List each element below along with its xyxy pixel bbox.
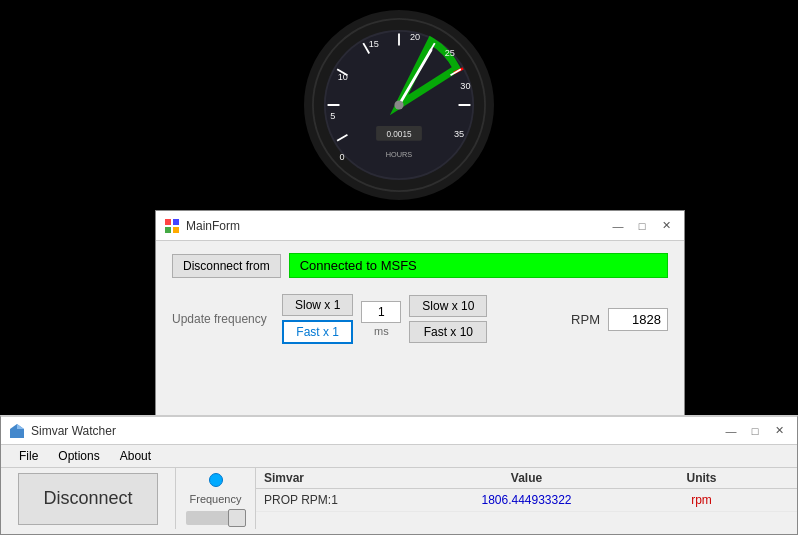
simvar-icon [9, 423, 25, 439]
mainform-title: MainForm [186, 219, 240, 233]
svg-rect-24 [165, 219, 171, 225]
frequency-indicator [209, 473, 223, 487]
frequency-slider-label: Frequency [190, 493, 242, 505]
simvar-close-button[interactable]: ✕ [769, 422, 789, 440]
header-units: Units [614, 471, 789, 485]
header-value: Value [439, 471, 614, 485]
svg-point-20 [394, 100, 403, 109]
simvar-controls: — □ ✕ [721, 422, 789, 440]
data-table: Simvar Value Units PROP RPM:1 1806.44493… [256, 468, 797, 529]
rpm-section: RPM [571, 308, 668, 331]
svg-text:0: 0 [339, 152, 344, 162]
simvar-menu: File Options About [1, 445, 797, 468]
svg-text:HOURS: HOURS [386, 150, 413, 159]
svg-text:5: 5 [330, 111, 335, 121]
svg-rect-25 [173, 219, 179, 225]
mainform-titlebar: MainForm — □ ✕ [156, 211, 684, 241]
maximize-button[interactable]: □ [632, 217, 652, 235]
simvar-titlebar: Simvar Watcher — □ ✕ [1, 417, 797, 445]
disconnect-panel: Disconnect [1, 468, 176, 529]
cell-units: rpm [614, 493, 789, 507]
ms-label: ms [374, 325, 389, 337]
simvar-title: Simvar Watcher [31, 424, 116, 438]
svg-text:15: 15 [369, 39, 379, 49]
menu-file[interactable]: File [9, 447, 48, 465]
simvar-window: Simvar Watcher — □ ✕ File Options About … [0, 415, 798, 535]
frequency-slider[interactable] [186, 511, 246, 525]
connection-row: Disconnect from Connected to MSFS [172, 253, 668, 278]
frequency-panel: Frequency [176, 468, 256, 529]
svg-text:0.0015: 0.0015 [386, 130, 412, 139]
gauge-area: 0 5 10 15 20 25 30 35 [0, 0, 798, 210]
table-header: Simvar Value Units [256, 468, 797, 489]
update-frequency-label: Update frequency [172, 312, 282, 326]
fast-x1-button[interactable]: Fast x 1 [282, 320, 353, 344]
mainform-window: MainForm — □ ✕ Disconnect from Connected… [155, 210, 685, 420]
rpm-value[interactable] [608, 308, 668, 331]
cell-value: 1806.444933322 [439, 493, 614, 507]
svg-text:20: 20 [410, 32, 420, 42]
minimize-button[interactable]: — [608, 217, 628, 235]
simvar-maximize-button[interactable]: □ [745, 422, 765, 440]
slow-x10-button[interactable]: Slow x 10 [409, 295, 487, 317]
frequency-row: Update frequency Slow x 1 Fast x 1 ms Sl… [172, 294, 668, 344]
svg-text:25: 25 [445, 48, 455, 58]
mainform-icon [164, 218, 180, 234]
freq-buttons-right: Slow x 10 Fast x 10 [409, 295, 487, 343]
ms-input[interactable] [361, 301, 401, 323]
disconnect-button[interactable]: Disconnect [18, 473, 158, 525]
gauge-image: 0 5 10 15 20 25 30 35 [304, 10, 494, 200]
close-button[interactable]: ✕ [656, 217, 676, 235]
menu-about[interactable]: About [110, 447, 161, 465]
rpm-label: RPM [571, 312, 600, 327]
frequency-slider-thumb [228, 509, 246, 527]
titlebar-controls: — □ ✕ [608, 217, 676, 235]
fast-x10-button[interactable]: Fast x 10 [409, 321, 487, 343]
svg-marker-29 [17, 424, 24, 429]
disconnect-from-button[interactable]: Disconnect from [172, 254, 281, 278]
svg-rect-26 [165, 227, 171, 233]
simvar-body: Disconnect Frequency Simvar Value Units … [1, 468, 797, 529]
simvar-minimize-button[interactable]: — [721, 422, 741, 440]
cell-simvar: PROP RPM:1 [264, 493, 439, 507]
menu-options[interactable]: Options [48, 447, 109, 465]
svg-text:30: 30 [460, 81, 470, 91]
svg-text:35: 35 [454, 129, 464, 139]
slow-x1-button[interactable]: Slow x 1 [282, 294, 353, 316]
ms-input-group: ms [361, 301, 401, 337]
freq-buttons-left: Slow x 1 Fast x 1 [282, 294, 353, 344]
header-simvar: Simvar [264, 471, 439, 485]
connection-status: Connected to MSFS [289, 253, 668, 278]
table-row: PROP RPM:1 1806.444933322 rpm [256, 489, 797, 512]
svg-rect-27 [173, 227, 179, 233]
